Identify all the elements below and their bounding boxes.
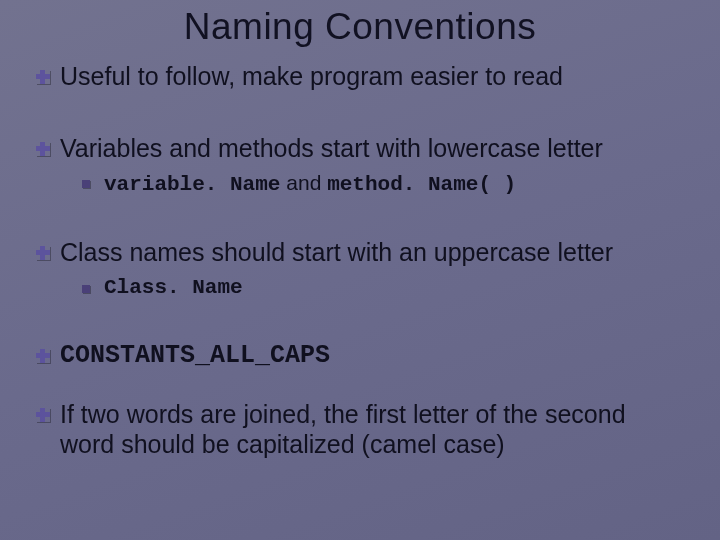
bullet-icon <box>36 408 50 422</box>
bullet-constants: CONSTANTS_ALL_CAPS <box>36 341 684 371</box>
subbullet-text: variable. Name and method. Name( ) <box>104 171 516 196</box>
bullet-variables: Variables and methods start with lowerca… <box>36 134 684 164</box>
subbullet-variables-example: variable. Name and method. Name( ) <box>82 171 684 196</box>
bullet-icon <box>36 246 50 260</box>
bullet-camelcase: If two words are joined, the first lette… <box>36 400 684 459</box>
slide-title: Naming Conventions <box>36 6 684 48</box>
bullet-text: Class names should start with an upperca… <box>60 238 684 268</box>
code-constants: CONSTANTS_ALL_CAPS <box>60 341 684 371</box>
code-method-name: method. Name( ) <box>327 173 516 196</box>
bullet-icon <box>36 142 50 156</box>
square-icon <box>82 285 90 293</box>
code-class-name: Class. Name <box>104 276 243 299</box>
bullet-icon <box>36 70 50 84</box>
bullet-text: Variables and methods start with lowerca… <box>60 134 684 164</box>
bullet-text: If two words are joined, the first lette… <box>60 400 684 459</box>
bullet-icon <box>36 349 50 363</box>
spacer <box>36 92 684 124</box>
code-variable-name: variable. Name <box>104 173 280 196</box>
bullet-classnames: Class names should start with an upperca… <box>36 238 684 268</box>
slide: Naming Conventions Useful to follow, mak… <box>0 0 720 540</box>
spacer <box>36 299 684 331</box>
spacer <box>36 370 684 390</box>
text-and: and <box>280 171 327 194</box>
bullet-text: Useful to follow, make program easier to… <box>60 62 684 92</box>
subbullet-classname-example: Class. Name <box>82 276 684 299</box>
bullet-useful: Useful to follow, make program easier to… <box>36 62 684 92</box>
square-icon <box>82 180 90 188</box>
spacer <box>36 196 684 228</box>
